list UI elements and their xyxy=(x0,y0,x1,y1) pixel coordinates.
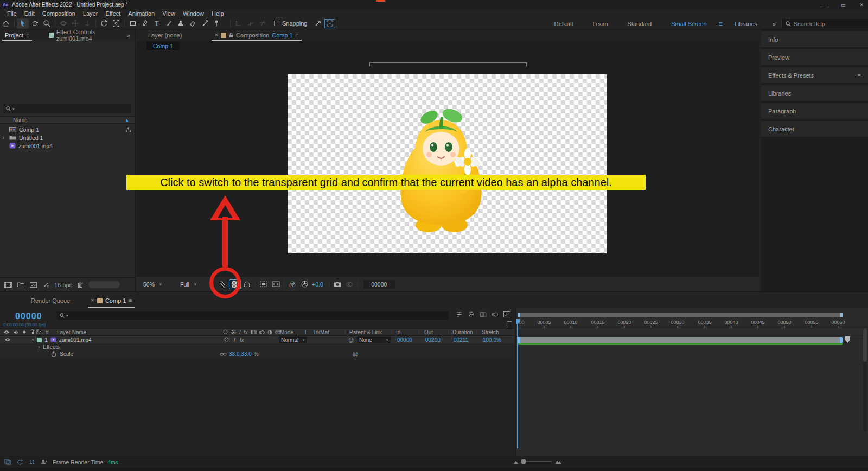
workspace-default[interactable]: Default xyxy=(545,21,583,27)
menu-view[interactable]: View xyxy=(158,10,179,17)
shared-view-button[interactable] xyxy=(312,18,324,29)
snapping-toggle[interactable]: Snapping xyxy=(274,20,308,27)
camera-tool-button[interactable] xyxy=(110,18,122,29)
clone-stamp-tool-button[interactable] xyxy=(175,18,187,29)
composition-canvas[interactable] xyxy=(288,74,607,253)
layer-name-column-header[interactable]: Layer Name xyxy=(57,329,86,335)
help-search-input[interactable] xyxy=(794,21,867,27)
scale-value[interactable]: 33.0,33.0 xyxy=(229,351,252,357)
scale-property-row[interactable]: Scale 33.0,33.0 % @ xyxy=(0,351,514,358)
playhead-line[interactable] xyxy=(517,319,518,448)
effects-group-row[interactable]: › Effects xyxy=(0,343,514,351)
panel-tab-preview[interactable]: Preview xyxy=(761,49,868,65)
comp-tab-name[interactable]: Comp 1 xyxy=(272,32,293,39)
window-close-button[interactable]: ✕ xyxy=(859,2,864,8)
zoom-tool-button[interactable] xyxy=(41,18,53,29)
bit-depth-button[interactable]: 16 bpc xyxy=(54,282,72,288)
mode-column-header[interactable]: Mode xyxy=(280,329,293,335)
workspace-standard[interactable]: Standard xyxy=(618,21,662,27)
menu-file[interactable]: File xyxy=(3,10,21,17)
panel-menu-icon[interactable]: ≡ xyxy=(26,32,29,38)
tab-timeline-comp1[interactable]: ✕ Comp 1 ≡ xyxy=(86,292,137,308)
delete-button[interactable] xyxy=(78,282,83,288)
menu-edit[interactable]: Edit xyxy=(21,10,39,17)
panel-menu-icon[interactable]: ≡ xyxy=(296,32,299,38)
rectangle-tool-button[interactable] xyxy=(127,18,139,29)
duration-column-header[interactable]: Duration xyxy=(452,329,473,335)
preview-time-field[interactable]: 00000 xyxy=(363,280,395,289)
project-columns-header[interactable]: Name ▲ xyxy=(0,116,135,124)
sync-icon[interactable] xyxy=(17,459,23,466)
timeline-vertical-scrollbar[interactable] xyxy=(863,328,867,431)
snap-along-edges-button[interactable] xyxy=(324,18,336,29)
scale-property-label[interactable]: Scale xyxy=(60,351,73,357)
menu-composition[interactable]: Composition xyxy=(39,10,79,17)
layer-duration-bar[interactable] xyxy=(518,337,843,343)
menu-layer[interactable]: Layer xyxy=(79,10,102,17)
frame-blend-toggle-button[interactable] xyxy=(480,311,487,317)
layer-mode-dropdown[interactable]: Normal ∨ xyxy=(279,336,307,343)
project-search[interactable]: ▾ xyxy=(3,104,131,113)
panel-tab-character[interactable]: Character xyxy=(761,121,868,137)
parent-link-column-header[interactable]: Parent & Link xyxy=(349,329,382,335)
window-minimize-button[interactable]: — xyxy=(822,2,827,8)
roto-brush-tool-button[interactable] xyxy=(199,18,210,29)
user-icon[interactable] xyxy=(41,459,47,465)
puppet-pin-tool-button[interactable] xyxy=(210,18,222,29)
menu-help[interactable]: Help xyxy=(208,10,228,17)
work-area-end-handle[interactable] xyxy=(840,313,843,317)
layer-label-swatch[interactable] xyxy=(37,338,42,342)
trkmat-column-header[interactable]: TrkMat xyxy=(312,329,329,335)
magnification-dropdown[interactable]: 50% ∨ xyxy=(139,279,169,289)
layer-duration-value[interactable]: 00211 xyxy=(454,336,468,343)
tab-project[interactable]: Project ≡ xyxy=(0,29,34,41)
time-ruler[interactable]: 00000 00005 00010 00015 00020 00025 0003… xyxy=(516,319,868,328)
new-folder-button[interactable] xyxy=(17,282,24,287)
help-search[interactable] xyxy=(781,19,868,28)
current-frame-display[interactable]: 00000 xyxy=(15,311,42,321)
timeline-track-area[interactable]: 00000 00005 00010 00015 00020 00025 0003… xyxy=(515,308,868,456)
composition-mini-flowchart-button[interactable] xyxy=(456,311,463,317)
close-tab-icon[interactable]: ✕ xyxy=(214,33,218,37)
layer-expander[interactable]: ∨ xyxy=(31,338,34,342)
group-expander[interactable]: › xyxy=(38,344,40,350)
layer-row[interactable]: ∨ 1 zumi001.mp4 / fx Normal xyxy=(0,336,514,343)
stretch-column-header[interactable]: Stretch xyxy=(482,329,499,335)
comp-marker-bin-button[interactable] xyxy=(507,321,512,326)
type-tool-button[interactable]: T xyxy=(151,18,163,29)
project-item-folder[interactable]: › Untitled 1 xyxy=(0,133,135,142)
gpu-acceleration-icon[interactable] xyxy=(4,459,11,465)
project-item-footage[interactable]: zumi001.mp4 xyxy=(0,142,135,150)
layer-in-value[interactable]: 00000 xyxy=(397,336,412,343)
zoom-out-mountain-icon[interactable] xyxy=(514,460,518,464)
sort-up-icon[interactable]: ▲ xyxy=(125,118,129,123)
t-column-header[interactable]: T xyxy=(304,329,307,335)
panel-tab-effects-presets[interactable]: Effects & Presets ≡ xyxy=(761,67,868,83)
panel-tab-libraries[interactable]: Libraries xyxy=(761,85,868,101)
work-area-start-handle[interactable] xyxy=(518,313,520,317)
work-area-bar[interactable] xyxy=(518,313,843,317)
menu-animation[interactable]: Animation xyxy=(124,10,158,17)
snapping-checkbox[interactable] xyxy=(274,21,279,26)
toggle-mask-roi-button[interactable] xyxy=(270,279,282,289)
layer-out-handle[interactable] xyxy=(840,337,843,343)
effects-group-label[interactable]: Effects xyxy=(43,344,59,350)
menu-window[interactable]: Window xyxy=(179,10,208,17)
rotation-tool-button[interactable] xyxy=(98,18,110,29)
motion-blur-toggle-button[interactable] xyxy=(492,311,499,317)
workspace-overflow-chevron[interactable]: » xyxy=(773,21,776,27)
layer-shy-switch[interactable] xyxy=(224,337,229,342)
close-tab-icon[interactable]: ✕ xyxy=(91,298,94,303)
brush-tool-button[interactable] xyxy=(163,18,175,29)
transfer-icon[interactable] xyxy=(29,459,35,466)
panel-tab-paragraph[interactable]: Paragraph xyxy=(761,103,868,119)
shy-toggle-button[interactable] xyxy=(468,311,475,317)
hand-tool-button[interactable] xyxy=(29,18,41,29)
show-channel-button[interactable] xyxy=(286,279,298,289)
selection-tool-button[interactable] xyxy=(17,18,29,29)
panel-overflow-chevron[interactable]: » xyxy=(127,32,130,39)
timeline-search[interactable]: ▾ xyxy=(57,311,449,320)
tab-render-queue[interactable]: Render Queue xyxy=(26,292,75,308)
layer-name[interactable]: zumi001.mp4 xyxy=(59,337,92,343)
workspace-small-screen[interactable]: Small Screen xyxy=(661,21,716,27)
